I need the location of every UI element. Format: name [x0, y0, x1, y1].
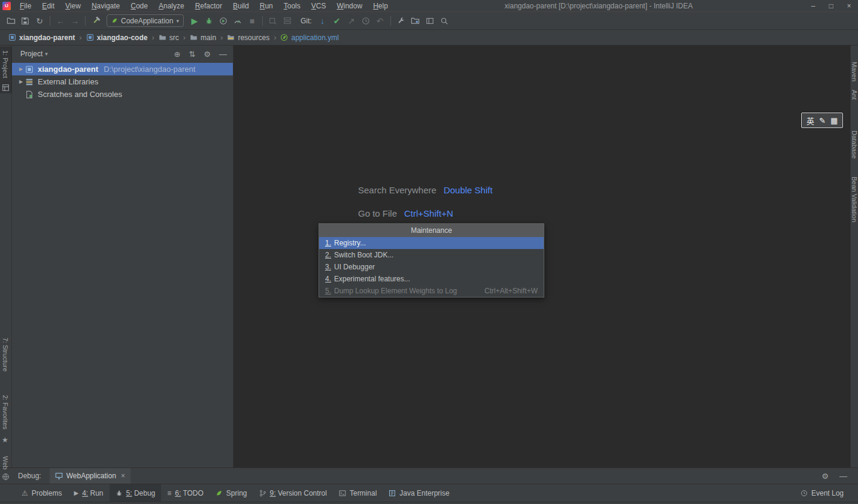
crumb-src[interactable]: src — [159, 34, 179, 42]
locate-icon[interactable]: ⊕ — [174, 50, 181, 59]
crumb-application-yml[interactable]: application.yml — [280, 34, 338, 42]
rollback-icon[interactable]: ↶ — [373, 14, 387, 28]
ime-language-indicator[interactable]: 英 — [807, 115, 814, 126]
run-configuration-select[interactable]: CodeApplication ▾ — [107, 14, 184, 27]
branch-icon — [259, 490, 266, 497]
gear-icon[interactable]: ⚙ — [204, 50, 211, 59]
tool-button-problems[interactable]: ⚠ Problems — [16, 484, 68, 502]
back-icon[interactable]: ← — [53, 14, 68, 28]
popup-item-ui-debugger[interactable]: 3. UI Debugger — [319, 261, 544, 273]
spring-leaf-icon — [216, 490, 223, 497]
sync-icon[interactable]: ↻ — [32, 14, 47, 28]
vcs-update-icon[interactable]: ↓ — [316, 14, 330, 28]
maintenance-popup-title: Maintenance — [319, 224, 544, 237]
tool-button-run[interactable]: ▶ 4: Run — [68, 484, 109, 502]
crumb-main[interactable]: main — [190, 34, 216, 42]
tool-button-event-log[interactable]: Event Log — [795, 484, 850, 502]
debug-bar-label: Debug: — [18, 472, 41, 480]
tool-button-terminal[interactable]: Terminal — [333, 484, 383, 502]
folder-open-icon — [7, 16, 16, 25]
maximize-button[interactable]: □ — [822, 2, 840, 10]
tool-button-debug[interactable]: 5: Debug — [110, 484, 162, 502]
debug-tab-webapplication[interactable]: WebApplication × — [50, 468, 131, 484]
layout-button[interactable] — [423, 14, 437, 28]
search-everywhere-button[interactable] — [437, 14, 451, 28]
hide-panel-icon[interactable]: — — [839, 472, 847, 481]
popup-item-dump-lookup-weights[interactable]: 5. Dump Lookup Element Weights to Log Ct… — [319, 285, 544, 297]
profiler-button[interactable] — [231, 14, 245, 28]
floppy-icon — [21, 17, 29, 25]
open-file-button[interactable] — [4, 14, 18, 28]
menu-view[interactable]: View — [60, 1, 86, 11]
history-button[interactable] — [359, 14, 373, 28]
sidebar-item-project[interactable]: 1: Project — [2, 50, 9, 78]
chevron-right-icon[interactable]: ▶ — [17, 66, 25, 72]
vcs-push-icon[interactable]: ↗ — [344, 14, 359, 28]
minimize-button[interactable]: – — [804, 2, 822, 10]
debug-button[interactable] — [202, 14, 216, 28]
save-all-button[interactable] — [18, 14, 32, 28]
popup-item-switch-boot-jdk[interactable]: 2. Switch Boot JDK... — [319, 249, 544, 261]
close-button[interactable]: × — [840, 2, 858, 10]
crumb-xiangdao-parent[interactable]: xiangdao-parent — [8, 34, 75, 42]
build-project-button[interactable] — [89, 14, 103, 28]
ime-keyboard-icon[interactable]: ▦ — [830, 116, 838, 125]
tool-button-version-control[interactable]: 9: Version Control — [253, 484, 333, 502]
attach-debugger-button[interactable] — [266, 14, 280, 28]
collapse-all-icon[interactable]: ⇅ — [189, 50, 195, 59]
tree-row-external-libraries[interactable]: ▶ External Libraries — [12, 75, 233, 88]
crumb-resources[interactable]: resources — [227, 34, 269, 42]
run-button[interactable]: ▶ — [187, 14, 202, 28]
tree-row-scratches[interactable]: Scratches and Consoles — [12, 88, 233, 101]
sidebar-item-database[interactable]: Database — [851, 130, 858, 159]
run-with-coverage-button[interactable] — [216, 14, 231, 28]
globe-icon[interactable] — [2, 473, 10, 481]
spring-config-file-icon — [280, 34, 288, 41]
tool-button-spring[interactable]: Spring — [210, 484, 253, 502]
menu-vcs[interactable]: VCS — [306, 1, 332, 11]
tree-row-xiangdao-parent[interactable]: ▶ xiangdao-parent D:\project\xiangdao-pa… — [12, 63, 233, 75]
forward-icon[interactable]: → — [68, 14, 82, 28]
ime-pen-icon[interactable]: ✎ — [819, 116, 826, 125]
vcs-commit-icon[interactable]: ✔ — [330, 14, 344, 28]
menu-file[interactable]: File — [14, 1, 37, 11]
sidebar-item-bean-validation[interactable]: Bean Validation — [851, 177, 858, 222]
menu-help[interactable]: Help — [368, 1, 393, 11]
sidebar-item-web[interactable]: Web — [2, 456, 9, 469]
crumb-xiangdao-code[interactable]: xiangdao-code — [86, 34, 148, 42]
menu-analyze[interactable]: Analyze — [153, 1, 190, 11]
settings-button[interactable] — [394, 14, 408, 28]
sidebar-item-ant[interactable]: Ant — [851, 90, 858, 100]
editor-area[interactable]: Search Everywhere Double Shift Go to Fil… — [234, 45, 850, 467]
tool-button-todo[interactable]: ≡ 6: TODO — [161, 484, 210, 502]
menu-tools[interactable]: Tools — [278, 1, 306, 11]
stop-icon[interactable]: ■ — [245, 14, 259, 28]
project-panel-title[interactable]: Project — [20, 50, 43, 58]
chevron-right-icon[interactable]: ▶ — [17, 79, 25, 84]
menu-navigate[interactable]: Navigate — [86, 1, 125, 11]
menu-window[interactable]: Window — [331, 1, 368, 11]
breadcrumb-separator: › — [220, 33, 223, 42]
menu-edit[interactable]: Edit — [37, 1, 60, 11]
menu-refactor[interactable]: Refactor — [190, 1, 228, 11]
hide-panel-icon[interactable]: — — [219, 50, 227, 59]
menu-run[interactable]: Run — [254, 1, 278, 11]
sidebar-item-favorites[interactable]: 2: Favorites — [2, 395, 9, 429]
menu-code[interactable]: Code — [125, 1, 153, 11]
ime-toolbar[interactable]: 英 ✎ ▦ — [801, 113, 843, 128]
intellij-idea-window: IJ File Edit View Navigate Code Analyze … — [0, 0, 858, 504]
menu-build[interactable]: Build — [228, 1, 254, 11]
run-dashboard-button[interactable] — [280, 14, 295, 28]
sidebar-item-structure[interactable]: 7: Structure — [2, 338, 9, 372]
breadcrumb-separator: › — [79, 33, 81, 42]
todo-list-icon: ≡ — [167, 489, 171, 497]
sidebar-item-maven[interactable]: Maven — [851, 62, 858, 81]
module-icon — [8, 34, 16, 41]
popup-item-experimental-features[interactable]: 4. Experimental features... — [319, 273, 544, 285]
gear-icon[interactable]: ⚙ — [821, 472, 829, 481]
tool-button-java-enterprise[interactable]: Java Enterprise — [383, 484, 455, 502]
project-structure-button[interactable] — [408, 14, 423, 28]
star-icon[interactable]: ★ — [2, 436, 8, 444]
close-icon[interactable]: × — [121, 472, 125, 480]
popup-item-registry[interactable]: 1. Registry... — [319, 237, 544, 249]
